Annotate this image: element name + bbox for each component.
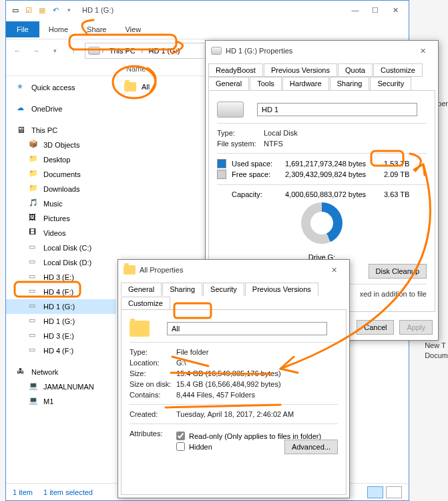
tab-customize[interactable]: Customize <box>121 297 170 309</box>
sidebar-item[interactable]: HD 3 (E:) <box>6 270 116 285</box>
tab-sharing[interactable]: Sharing <box>162 283 202 296</box>
breadcrumb-this-pc[interactable]: This PC <box>105 45 140 56</box>
tabs: General Sharing Security Previous Versio… <box>118 280 349 309</box>
qat-icon-properties[interactable]: ☑ <box>23 5 34 15</box>
i-drive <box>29 257 39 268</box>
i-drive <box>29 331 39 341</box>
close-button[interactable]: ✕ <box>324 266 344 275</box>
tab-sharing[interactable]: Sharing <box>330 77 370 90</box>
i-pic <box>29 213 39 224</box>
quick-access-toolbar: ▭ ☑ ▦ ↶ ▾ <box>10 5 74 15</box>
i-drive <box>29 345 39 356</box>
window-title: HD 1 (G:) <box>82 6 114 14</box>
disk-cleanup-button[interactable]: Disk Cleanup <box>369 264 427 279</box>
drive-name-input[interactable] <box>257 103 417 116</box>
sidebar-item[interactable]: Videos <box>6 226 116 240</box>
dialog-title: All Properties <box>140 266 183 274</box>
tab-security[interactable]: Security <box>203 283 244 296</box>
tab-previous-versions[interactable]: Previous Versions <box>245 283 318 296</box>
tab-home[interactable]: Home <box>39 21 77 37</box>
readonly-label: Read-only (Only applies to files in fold… <box>189 432 321 440</box>
status-selection: 1 item selected <box>43 488 93 496</box>
up-button[interactable]: ↑ <box>66 43 81 58</box>
drive-large-icon <box>217 102 244 118</box>
sidebar-item[interactable]: OneDrive <box>6 102 116 116</box>
tab-general[interactable]: General <box>121 283 162 296</box>
i-cloud <box>17 104 27 114</box>
apply-button[interactable]: Apply <box>399 320 433 335</box>
tab-security[interactable]: Security <box>370 77 411 90</box>
qat-icon-newfolder[interactable]: ▦ <box>37 5 47 15</box>
sidebar-item[interactable]: HD 1 (G:) <box>6 299 116 314</box>
sidebar-item[interactable]: HD 4 (F:) <box>6 343 116 358</box>
hidden-label: Hidden <box>189 443 212 451</box>
tab-share[interactable]: Share <box>77 21 116 37</box>
label-created: Created: <box>130 410 176 418</box>
sidebar-item[interactable]: This PC <box>6 123 116 138</box>
view-details-icon[interactable] <box>367 486 383 498</box>
i-drive <box>29 272 39 283</box>
dialog-title-bar: HD 1 (G:) Properties ✕ <box>206 41 438 61</box>
sidebar-item-label: OneDrive <box>31 105 62 113</box>
dialog-body: Type:File folder Location:G:\ Size:15.4 … <box>121 309 347 495</box>
used-color-swatch <box>217 159 226 168</box>
sidebar-item[interactable]: HD 3 (E:) <box>6 329 116 343</box>
advanced-button[interactable]: Advanced... <box>284 440 338 454</box>
status-item-count: 1 item <box>13 488 33 496</box>
close-button[interactable]: ✕ <box>413 47 433 55</box>
sidebar-item[interactable]: Desktop <box>6 152 116 167</box>
cancel-button[interactable]: Cancel <box>357 320 394 335</box>
drive-icon <box>88 47 100 55</box>
tab-general[interactable]: General <box>208 77 249 90</box>
tab-file[interactable]: File <box>6 21 39 37</box>
sidebar-item[interactable]: HD 1 (G:) <box>6 314 116 329</box>
sidebar-item[interactable]: 3D Objects <box>6 138 116 152</box>
i-drive <box>29 301 39 312</box>
sidebar-item-label: HD 1 (G:) <box>43 317 75 325</box>
value-free-bytes: 2,309,432,909,824 bytes <box>285 170 379 178</box>
sidebar-item[interactable]: Local Disk (D:) <box>6 255 116 270</box>
minimize-button[interactable]: — <box>346 3 365 17</box>
tab-tools[interactable]: Tools <box>250 77 282 90</box>
sidebar-item[interactable]: Local Disk (C:) <box>6 240 116 255</box>
sidebar-item-label: M1 <box>43 397 53 405</box>
qat-icon-explorer[interactable]: ▭ <box>10 5 21 15</box>
view-large-icon[interactable] <box>386 486 402 498</box>
tab-quota[interactable]: Quota <box>338 63 373 77</box>
sidebar-item[interactable]: Music <box>6 196 116 211</box>
label-location: Location: <box>130 359 176 367</box>
label-fs: File system: <box>217 140 264 148</box>
sidebar-item-label: Pictures <box>43 214 70 222</box>
dialog-title-bar: All Properties ✕ <box>118 260 349 280</box>
sidebar-item[interactable]: M1 <box>6 394 116 409</box>
tab-hardware[interactable]: Hardware <box>282 77 329 90</box>
breadcrumb-hd1[interactable]: HD 1 (G:) <box>144 45 184 56</box>
forward-button[interactable]: → <box>29 43 43 58</box>
close-button[interactable]: ✕ <box>386 3 405 17</box>
folder-name-input[interactable] <box>167 322 327 335</box>
sidebar-item-label: Downloads <box>43 185 79 193</box>
maximize-button[interactable]: ☐ <box>366 3 385 17</box>
sidebar-item-label: HD 3 (E:) <box>43 273 74 281</box>
i-star <box>17 82 27 93</box>
sidebar-item[interactable]: JAMALNUMAN <box>6 379 116 394</box>
sidebar-item[interactable]: Pictures <box>6 211 116 226</box>
clipped-text: per <box>437 100 448 108</box>
back-button[interactable]: ← <box>10 43 25 58</box>
sidebar-item[interactable]: Downloads <box>6 182 116 196</box>
tab-readyboost[interactable]: ReadyBoost <box>208 63 263 77</box>
sidebar-item[interactable]: Documents <box>6 167 116 182</box>
nav-sidebar: Quick accessOneDriveThis PC3D ObjectsDes… <box>6 76 116 483</box>
recent-dropdown-icon[interactable]: ▾ <box>47 43 62 58</box>
sidebar-item[interactable]: Network <box>6 365 116 379</box>
qat-dropdown-icon[interactable]: ▾ <box>63 5 74 15</box>
i-folder <box>29 154 39 165</box>
tab-previous-versions[interactable]: Previous Versions <box>264 63 337 77</box>
folder-icon <box>124 265 136 275</box>
sidebar-item-label: Network <box>31 368 58 376</box>
tab-view[interactable]: View <box>116 21 150 37</box>
sidebar-item[interactable]: HD 4 (F:) <box>6 285 116 299</box>
qat-icon-undo[interactable]: ↶ <box>50 5 61 15</box>
sidebar-item[interactable]: Quick access <box>6 80 116 95</box>
tab-customize[interactable]: Customize <box>373 63 423 77</box>
